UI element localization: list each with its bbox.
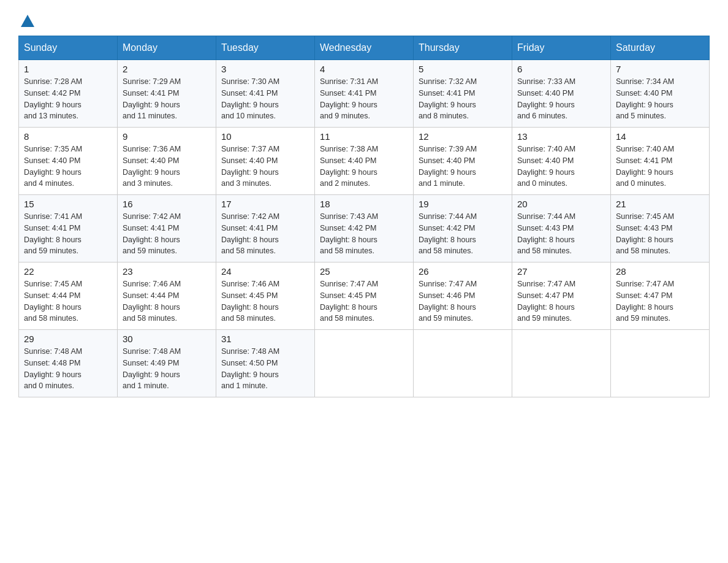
header-saturday: Saturday: [611, 36, 710, 60]
day-number: 26: [419, 266, 507, 277]
day-number: 10: [221, 131, 309, 142]
day-cell: 10Sunrise: 7:37 AMSunset: 4:40 PMDayligh…: [216, 128, 315, 195]
calendar-table: SundayMondayTuesdayWednesdayThursdayFrid…: [18, 36, 710, 397]
day-info: Sunrise: 7:42 AMSunset: 4:41 PMDaylight:…: [123, 211, 211, 257]
week-row-3: 15Sunrise: 7:41 AMSunset: 4:41 PMDayligh…: [19, 195, 710, 262]
day-number: 23: [123, 266, 211, 277]
day-number: 22: [24, 266, 112, 277]
day-cell: 26Sunrise: 7:47 AMSunset: 4:46 PMDayligh…: [414, 262, 512, 330]
day-cell: 25Sunrise: 7:47 AMSunset: 4:45 PMDayligh…: [315, 262, 414, 330]
day-info: Sunrise: 7:36 AMSunset: 4:40 PMDaylight:…: [123, 144, 211, 190]
day-info: Sunrise: 7:39 AMSunset: 4:40 PMDaylight:…: [419, 144, 507, 190]
day-number: 8: [24, 131, 112, 142]
day-number: 28: [616, 266, 704, 277]
day-number: 9: [123, 131, 211, 142]
day-cell: 18Sunrise: 7:43 AMSunset: 4:42 PMDayligh…: [315, 195, 414, 262]
day-cell: [512, 330, 611, 397]
day-cell: 29Sunrise: 7:48 AMSunset: 4:48 PMDayligh…: [19, 330, 118, 397]
day-cell: 19Sunrise: 7:44 AMSunset: 4:42 PMDayligh…: [414, 195, 512, 262]
day-info: Sunrise: 7:28 AMSunset: 4:42 PMDaylight:…: [24, 76, 112, 122]
day-info: Sunrise: 7:37 AMSunset: 4:40 PMDaylight:…: [221, 144, 309, 190]
day-number: 17: [221, 199, 309, 209]
day-number: 16: [123, 199, 211, 209]
day-cell: 20Sunrise: 7:44 AMSunset: 4:43 PMDayligh…: [512, 195, 611, 262]
day-info: Sunrise: 7:48 AMSunset: 4:48 PMDaylight:…: [24, 346, 112, 392]
day-number: 27: [517, 266, 605, 277]
header-monday: Monday: [118, 36, 216, 60]
day-number: 15: [24, 199, 112, 209]
day-info: Sunrise: 7:40 AMSunset: 4:41 PMDaylight:…: [616, 144, 704, 190]
day-info: Sunrise: 7:43 AMSunset: 4:42 PMDaylight:…: [320, 211, 408, 257]
day-cell: 11Sunrise: 7:38 AMSunset: 4:40 PMDayligh…: [315, 128, 414, 195]
day-number: 14: [616, 131, 704, 142]
day-info: Sunrise: 7:38 AMSunset: 4:40 PMDaylight:…: [320, 144, 408, 190]
day-number: 13: [517, 131, 605, 142]
day-cell: 4Sunrise: 7:31 AMSunset: 4:41 PMDaylight…: [315, 60, 414, 128]
svg-marker-0: [21, 15, 34, 27]
day-number: 31: [221, 334, 309, 344]
day-cell: 28Sunrise: 7:47 AMSunset: 4:47 PMDayligh…: [611, 262, 710, 330]
day-cell: 30Sunrise: 7:48 AMSunset: 4:49 PMDayligh…: [118, 330, 216, 397]
day-cell: 22Sunrise: 7:45 AMSunset: 4:44 PMDayligh…: [19, 262, 118, 330]
day-cell: 16Sunrise: 7:42 AMSunset: 4:41 PMDayligh…: [118, 195, 216, 262]
day-cell: 24Sunrise: 7:46 AMSunset: 4:45 PMDayligh…: [216, 262, 315, 330]
day-cell: [611, 330, 710, 397]
day-info: Sunrise: 7:33 AMSunset: 4:40 PMDaylight:…: [517, 76, 605, 122]
day-cell: 21Sunrise: 7:45 AMSunset: 4:43 PMDayligh…: [611, 195, 710, 262]
day-cell: 27Sunrise: 7:47 AMSunset: 4:47 PMDayligh…: [512, 262, 611, 330]
header-friday: Friday: [512, 36, 611, 60]
day-info: Sunrise: 7:48 AMSunset: 4:49 PMDaylight:…: [123, 346, 211, 392]
day-number: 1: [24, 64, 112, 74]
day-cell: 13Sunrise: 7:40 AMSunset: 4:40 PMDayligh…: [512, 128, 611, 195]
week-row-1: 1Sunrise: 7:28 AMSunset: 4:42 PMDaylight…: [19, 60, 710, 128]
day-number: 4: [320, 64, 408, 74]
day-cell: 31Sunrise: 7:48 AMSunset: 4:50 PMDayligh…: [216, 330, 315, 397]
page-header: [18, 12, 710, 29]
day-cell: 9Sunrise: 7:36 AMSunset: 4:40 PMDaylight…: [118, 128, 216, 195]
week-row-2: 8Sunrise: 7:35 AMSunset: 4:40 PMDaylight…: [19, 128, 710, 195]
day-cell: 1Sunrise: 7:28 AMSunset: 4:42 PMDaylight…: [19, 60, 118, 128]
day-cell: [414, 330, 512, 397]
day-info: Sunrise: 7:47 AMSunset: 4:47 PMDaylight:…: [616, 278, 704, 324]
day-number: 18: [320, 199, 408, 209]
day-number: 29: [24, 334, 112, 344]
header-wednesday: Wednesday: [315, 36, 414, 60]
day-number: 21: [616, 199, 704, 209]
day-info: Sunrise: 7:40 AMSunset: 4:40 PMDaylight:…: [517, 144, 605, 190]
day-number: 2: [123, 64, 211, 74]
day-number: 3: [221, 64, 309, 74]
day-cell: 15Sunrise: 7:41 AMSunset: 4:41 PMDayligh…: [19, 195, 118, 262]
day-info: Sunrise: 7:44 AMSunset: 4:42 PMDaylight:…: [419, 211, 507, 257]
day-cell: 2Sunrise: 7:29 AMSunset: 4:41 PMDaylight…: [118, 60, 216, 128]
day-number: 19: [419, 199, 507, 209]
week-row-4: 22Sunrise: 7:45 AMSunset: 4:44 PMDayligh…: [19, 262, 710, 330]
day-info: Sunrise: 7:46 AMSunset: 4:45 PMDaylight:…: [221, 278, 309, 324]
day-cell: 12Sunrise: 7:39 AMSunset: 4:40 PMDayligh…: [414, 128, 512, 195]
header-sunday: Sunday: [19, 36, 118, 60]
day-number: 12: [419, 131, 507, 142]
day-info: Sunrise: 7:47 AMSunset: 4:46 PMDaylight:…: [419, 278, 507, 324]
day-cell: 8Sunrise: 7:35 AMSunset: 4:40 PMDaylight…: [19, 128, 118, 195]
day-info: Sunrise: 7:34 AMSunset: 4:40 PMDaylight:…: [616, 76, 704, 122]
day-number: 6: [517, 64, 605, 74]
day-number: 24: [221, 266, 309, 277]
day-number: 30: [123, 334, 211, 344]
day-info: Sunrise: 7:46 AMSunset: 4:44 PMDaylight:…: [123, 278, 211, 324]
day-info: Sunrise: 7:41 AMSunset: 4:41 PMDaylight:…: [24, 211, 112, 257]
day-info: Sunrise: 7:42 AMSunset: 4:41 PMDaylight:…: [221, 211, 309, 257]
logo-icon: [18, 12, 36, 29]
day-cell: 6Sunrise: 7:33 AMSunset: 4:40 PMDaylight…: [512, 60, 611, 128]
day-cell: 23Sunrise: 7:46 AMSunset: 4:44 PMDayligh…: [118, 262, 216, 330]
week-row-5: 29Sunrise: 7:48 AMSunset: 4:48 PMDayligh…: [19, 330, 710, 397]
day-cell: 5Sunrise: 7:32 AMSunset: 4:41 PMDaylight…: [414, 60, 512, 128]
day-info: Sunrise: 7:44 AMSunset: 4:43 PMDaylight:…: [517, 211, 605, 257]
day-info: Sunrise: 7:47 AMSunset: 4:47 PMDaylight:…: [517, 278, 605, 324]
day-cell: 14Sunrise: 7:40 AMSunset: 4:41 PMDayligh…: [611, 128, 710, 195]
day-cell: 7Sunrise: 7:34 AMSunset: 4:40 PMDaylight…: [611, 60, 710, 128]
day-cell: 17Sunrise: 7:42 AMSunset: 4:41 PMDayligh…: [216, 195, 315, 262]
logo: [18, 12, 36, 29]
day-number: 7: [616, 64, 704, 74]
header-thursday: Thursday: [414, 36, 512, 60]
day-cell: 3Sunrise: 7:30 AMSunset: 4:41 PMDaylight…: [216, 60, 315, 128]
day-number: 11: [320, 131, 408, 142]
